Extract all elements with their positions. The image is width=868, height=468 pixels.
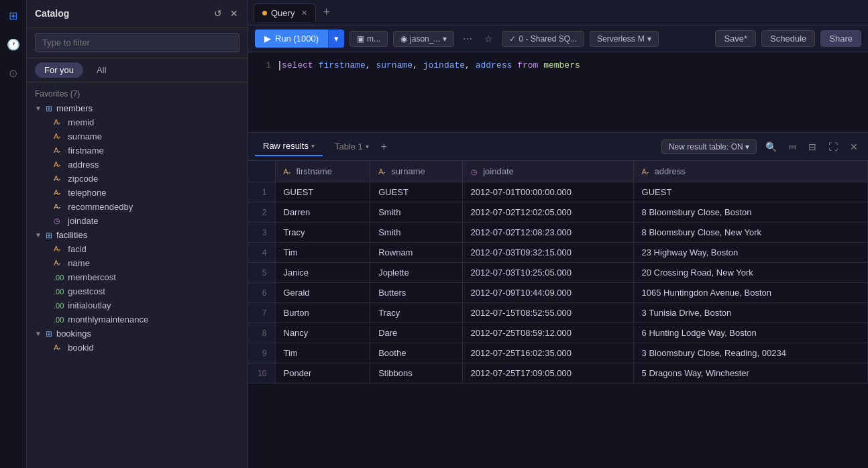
share-button[interactable]: Share (820, 30, 861, 47)
sidebar-item-monthlymaintenance[interactable]: .00 monthlymaintenance (27, 312, 248, 327)
user-icon: ◉ (400, 34, 407, 44)
toolbar: ▶ Run (1000) ▾ ▣ m... ◉ jason_... ▾ ⋯ ☆ … (248, 25, 868, 52)
filter-results-icon[interactable]: ⧦ (785, 139, 800, 154)
col-surname-header: surname (391, 166, 425, 176)
table-icon: ⊞ (46, 231, 52, 240)
sidebar-item-initialoutlay[interactable]: .00 initialoutlay (27, 298, 248, 312)
sidebar-item-name[interactable]: Aᵣ name (27, 256, 248, 270)
sidebar-item-telephone[interactable]: Aᵣ telephone (27, 186, 248, 200)
cell-surname: GUEST (370, 182, 462, 202)
nav-bookmarks-icon[interactable]: ⊙ (6, 64, 20, 82)
row-number: 5 (248, 263, 275, 283)
cell-address: 1065 Huntingdon Avenue, Boston (633, 283, 867, 303)
string-col-icon: Aᵣ (54, 132, 60, 141)
save-button[interactable]: Save* (715, 30, 756, 47)
source1-label: m... (367, 34, 380, 44)
sidebar: Catalog ↺ ✕ For you All Favorites (7) ▼ … (27, 0, 248, 468)
cell-surname: Stibbons (370, 363, 462, 384)
run-button[interactable]: ▶ Run (1000) (255, 30, 328, 48)
source2-pill[interactable]: ◉ jason_... ▾ (393, 31, 454, 47)
add-result-tab-button[interactable]: + (381, 141, 387, 153)
nav-history-icon[interactable]: 🕐 (4, 36, 23, 54)
cell-surname: Joplette (370, 263, 462, 283)
col-header-joindate[interactable]: ◷ joindate (462, 161, 633, 182)
query-tab[interactable]: Query ✕ (254, 3, 316, 22)
new-tab-button[interactable]: + (319, 5, 334, 19)
cell-joindate: 2012-07-02T12:02:05.000 (462, 202, 633, 223)
tab-for-you[interactable]: For you (35, 62, 83, 78)
new-result-label: New result table: ON (669, 142, 743, 152)
cell-address: 5 Dragons Way, Winchester (633, 363, 867, 384)
tab-table1[interactable]: Table 1 ▾ (327, 137, 377, 156)
refresh-icon[interactable]: ↺ (213, 7, 223, 20)
sidebar-item-membercost[interactable]: .00 membercost (27, 270, 248, 284)
run-options-button[interactable]: ▾ (328, 30, 344, 48)
search-results-icon[interactable]: 🔍 (762, 139, 780, 154)
status-pill[interactable]: ✓ 0 - Shared SQ... (502, 31, 584, 47)
nav-catalog-icon[interactable]: ⊞ (6, 7, 20, 25)
close-sidebar-icon[interactable]: ✕ (229, 7, 239, 20)
cell-joindate: 2012-07-01T00:00:00.000 (462, 182, 633, 202)
tab-all[interactable]: All (87, 62, 115, 78)
col-header-address[interactable]: Aᵣ address (633, 161, 867, 182)
sidebar-tabs: For you All (27, 58, 248, 82)
cell-joindate: 2012-07-02T12:08:23.000 (462, 223, 633, 243)
sidebar-group-members[interactable]: ▼ ⊞ members (27, 101, 248, 115)
expand-icon[interactable]: ⛶ (825, 139, 841, 154)
sidebar-item-recommendedby[interactable]: Aᵣ recommendedby (27, 200, 248, 214)
sidebar-group-bookings[interactable]: ▼ ⊞ bookings (27, 327, 248, 341)
cell-firstname: Gerald (275, 283, 370, 303)
search-input[interactable] (35, 33, 239, 52)
cell-firstname: Janice (275, 263, 370, 283)
serverless-pill[interactable]: Serverless M ▾ (590, 31, 659, 47)
cell-surname: Boothe (370, 343, 462, 363)
results-table: Aᵣ firstname Aᵣ surname ◷ joindate Aᵣ (248, 161, 868, 384)
cell-surname: Dare (370, 323, 462, 343)
sidebar-group-facilities[interactable]: ▼ ⊞ facilities (27, 228, 248, 242)
col-recommendedby-label: recommendedby (68, 202, 133, 212)
col-header-firstname[interactable]: Aᵣ firstname (275, 161, 370, 182)
sidebar-item-address[interactable]: Aᵣ address (27, 158, 248, 172)
row-number: 8 (248, 323, 275, 343)
num-col-icon: .00 (54, 288, 64, 296)
col-joindate-header: joindate (483, 166, 514, 176)
table1-label: Table 1 (335, 141, 363, 152)
sidebar-header: Catalog ↺ ✕ (27, 0, 248, 27)
string-col-icon: Aᵣ (642, 168, 649, 176)
sidebar-item-facid[interactable]: Aᵣ facid (27, 242, 248, 256)
date-col-icon: ◷ (471, 168, 478, 176)
string-col-icon: Aᵣ (54, 202, 60, 211)
bookings-label: bookings (56, 329, 91, 339)
num-col-icon: .00 (54, 316, 64, 324)
sidebar-item-joindate[interactable]: ◷ joindate (27, 214, 248, 228)
new-result-toggle[interactable]: New result table: ON ▾ (661, 139, 757, 154)
close-results-icon[interactable]: ✕ (847, 139, 861, 154)
col-header-surname[interactable]: Aᵣ surname (370, 161, 462, 182)
sidebar-item-zipcode[interactable]: Aᵣ zipcode (27, 172, 248, 186)
row-number: 1 (248, 182, 275, 202)
source1-pill[interactable]: ▣ m... (349, 31, 388, 47)
col-surname-label: surname (68, 131, 102, 141)
cell-address: 8 Bloomsbury Close, New York (633, 223, 867, 243)
table-header-row: Aᵣ firstname Aᵣ surname ◷ joindate Aᵣ (248, 161, 868, 182)
sidebar-item-firstname[interactable]: Aᵣ firstname (27, 143, 248, 158)
sidebar-item-surname[interactable]: Aᵣ surname (27, 129, 248, 143)
line-number: 1 (255, 59, 271, 73)
sidebar-item-guestcost[interactable]: .00 guestcost (27, 284, 248, 298)
sidebar-item-memid[interactable]: Aᵣ memid (27, 115, 248, 129)
close-tab-icon[interactable]: ✕ (301, 9, 307, 17)
sidebar-item-bookid[interactable]: Aᵣ bookid (27, 341, 248, 355)
more-options-icon[interactable]: ⋯ (459, 32, 476, 46)
columns-icon[interactable]: ⊟ (805, 139, 820, 154)
string-col-icon: Aᵣ (54, 146, 60, 155)
tab-raw-results[interactable]: Raw results ▾ (255, 137, 323, 156)
string-col-icon: Aᵣ (54, 188, 60, 197)
col-firstname-header: firstname (296, 166, 331, 176)
serverless-label: Serverless (597, 34, 635, 44)
col-memid-label: memid (68, 117, 94, 127)
num-col-icon: .00 (54, 302, 64, 310)
bookmark-icon[interactable]: ☆ (481, 32, 496, 46)
chevron-down-icon: ▾ (366, 143, 369, 150)
schedule-button[interactable]: Schedule (761, 30, 815, 47)
editor-area[interactable]: 1 select firstname, surname, joindate, a… (248, 52, 868, 133)
